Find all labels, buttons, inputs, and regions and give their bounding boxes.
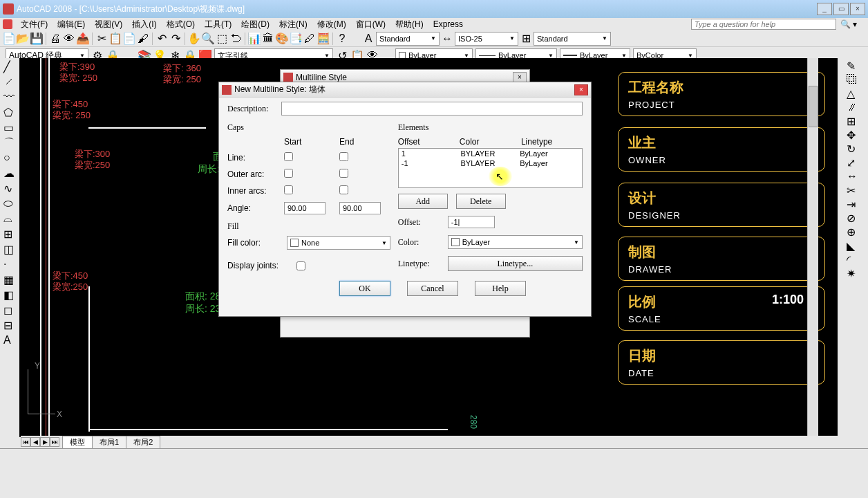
pline-icon[interactable]: 〰 [3, 91, 16, 103]
ok-button[interactable]: OK [339, 281, 390, 296]
print-icon[interactable]: 🖨 [49, 33, 62, 45]
menu-draw[interactable]: 绘图(D) [237, 19, 274, 30]
join-icon[interactable]: ⊕ [847, 225, 859, 238]
offset-input[interactable] [448, 216, 495, 228]
app-menu-icon[interactable] [3, 19, 12, 29]
menu-help[interactable]: 帮助(H) [391, 19, 428, 30]
help-search-input[interactable] [691, 19, 836, 30]
tab-scroll-prev[interactable]: ◀ [30, 437, 40, 447]
open-icon[interactable]: 📂 [17, 33, 29, 45]
canvas-vscroll[interactable] [807, 58, 818, 437]
match-prop-icon[interactable]: 🖌 [137, 33, 149, 45]
cut-icon[interactable]: ✂ [95, 33, 108, 45]
menu-tools[interactable]: 工具(T) [200, 19, 236, 30]
make-block-icon[interactable]: ◫ [3, 243, 16, 255]
erase-icon[interactable]: ✎ [847, 59, 859, 72]
caps-line-end-checkbox[interactable] [339, 152, 348, 161]
caps-angle-end-input[interactable] [339, 202, 381, 214]
scale-icon[interactable]: ⤢ [847, 156, 859, 169]
caps-line-start-checkbox[interactable] [284, 152, 293, 161]
markup-icon[interactable]: 🖊 [303, 33, 316, 45]
dialog-titlebar[interactable]: New Multiline Style: 墙体 × [219, 82, 591, 98]
tablestyle-icon[interactable]: ⊞ [520, 33, 532, 45]
menu-window[interactable]: 窗口(W) [352, 19, 390, 30]
zoom-previous-icon[interactable]: ⮌ [229, 33, 242, 45]
elements-delete-button[interactable]: Delete [456, 194, 506, 209]
undo-icon[interactable]: ↶ [155, 33, 168, 45]
spline-icon[interactable]: ∿ [3, 182, 16, 194]
break-icon[interactable]: ⊘ [847, 212, 859, 224]
tab-scroll-last[interactable]: ⏭ [50, 437, 59, 447]
mtext-icon[interactable]: A [3, 334, 16, 347]
rotate-icon[interactable]: ↻ [847, 142, 859, 155]
caps-innerarcs-end-checkbox[interactable] [339, 185, 348, 194]
search-icon[interactable]: 🔍 [840, 19, 850, 29]
point-icon[interactable]: · [3, 258, 16, 270]
linetype-button[interactable]: Linetype... [448, 256, 583, 271]
fill-color-combo[interactable]: None ▼ [287, 236, 390, 250]
calculator-icon[interactable]: 🧮 [317, 33, 330, 45]
polygon-icon[interactable]: ⬠ [3, 106, 16, 118]
caps-angle-start-input[interactable] [284, 202, 326, 214]
element-color-combo[interactable]: ByLayer ▼ [448, 235, 583, 249]
fillet-icon[interactable]: ◜ [847, 253, 859, 266]
description-input[interactable] [281, 102, 583, 116]
dimstyle-icon[interactable]: ↔ [441, 33, 453, 45]
menu-file[interactable]: 文件(F) [17, 19, 52, 30]
offset-icon[interactable]: ⫽ [847, 101, 859, 113]
region-icon[interactable]: ◻ [3, 304, 16, 316]
copy-obj-icon[interactable]: ⿻ [847, 73, 859, 86]
dim-style-combo[interactable]: ISO-25▼ [455, 32, 518, 46]
plot-preview-icon[interactable]: 👁 [63, 33, 75, 45]
caps-innerarcs-start-checkbox[interactable] [284, 185, 293, 194]
tab-model[interactable]: 模型 [62, 436, 93, 448]
elements-row-selected[interactable]: -1 BYLAYER ByLayer [399, 158, 582, 168]
line-icon[interactable]: ╱ [3, 60, 16, 73]
arc-icon[interactable]: ⌒ [3, 136, 16, 149]
menu-express[interactable]: Express [429, 19, 467, 29]
text-style-combo[interactable]: Standard▼ [376, 32, 440, 46]
caps-outerarc-end-checkbox[interactable] [339, 169, 348, 178]
caps-outerarc-start-checkbox[interactable] [284, 169, 293, 178]
display-joints-checkbox[interactable] [296, 261, 305, 270]
revcloud-icon[interactable]: ☁ [3, 167, 16, 179]
gradient-icon[interactable]: ◧ [3, 288, 16, 301]
new-icon[interactable]: 📄 [3, 33, 15, 45]
circle-icon[interactable]: ○ [3, 151, 16, 164]
rectangle-icon[interactable]: ▭ [3, 121, 16, 133]
tab-layout1[interactable]: 布局1 [92, 436, 126, 448]
move-icon[interactable]: ✥ [847, 129, 859, 141]
extend-icon[interactable]: ⇥ [847, 198, 859, 210]
publish-icon[interactable]: 📤 [77, 33, 89, 45]
tab-scroll-first[interactable]: ⏮ [21, 437, 30, 447]
trim-icon[interactable]: ✂ [847, 184, 859, 196]
ellipse-icon[interactable]: ⬭ [3, 197, 16, 210]
menu-format[interactable]: 格式(O) [162, 19, 199, 30]
menu-insert[interactable]: 插入(I) [128, 19, 160, 30]
stretch-icon[interactable]: ↔ [847, 170, 859, 183]
tab-layout2[interactable]: 布局2 [126, 436, 160, 448]
design-center-icon[interactable]: 🏛 [262, 33, 274, 45]
tab-scroll-next[interactable]: ▶ [40, 437, 50, 447]
help-icon[interactable]: ? [336, 33, 348, 45]
table-style-combo[interactable]: Standard▼ [534, 32, 611, 46]
elements-add-button[interactable]: Add [398, 194, 448, 209]
hatch-icon[interactable]: ▦ [3, 273, 16, 286]
table-icon[interactable]: ⊟ [3, 319, 16, 331]
menu-view[interactable]: 视图(V) [91, 19, 126, 30]
tool-palette-icon[interactable]: 🎨 [276, 33, 288, 45]
xline-icon[interactable]: ⟋ [3, 75, 16, 88]
copy-icon[interactable]: 📋 [109, 33, 122, 45]
paste-icon[interactable]: 📄 [123, 33, 135, 45]
close-button[interactable]: × [850, 3, 865, 15]
properties-icon[interactable]: 📊 [248, 33, 261, 45]
explode-icon[interactable]: ✷ [847, 267, 859, 279]
minimize-button[interactable]: _ [817, 3, 832, 15]
elements-row[interactable]: 1 BYLAYER ByLayer [399, 149, 582, 158]
menu-edit[interactable]: 编辑(E) [53, 19, 89, 30]
mirror-icon[interactable]: △ [847, 87, 859, 100]
sheet-set-icon[interactable]: 📑 [290, 33, 302, 45]
zoom-realtime-icon[interactable]: 🔍 [202, 33, 214, 45]
help-button[interactable]: Help [475, 281, 526, 296]
array-icon[interactable]: ⊞ [847, 115, 859, 127]
